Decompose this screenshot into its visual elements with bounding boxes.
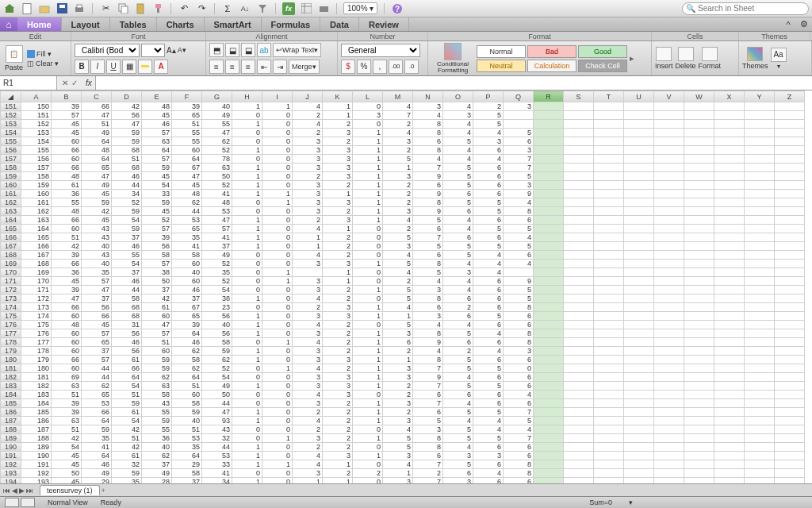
row-header[interactable]: 163 bbox=[1, 207, 21, 216]
cell[interactable]: 0 bbox=[262, 286, 293, 294]
indent-inc-icon[interactable]: ⇥ bbox=[273, 60, 287, 74]
cell[interactable] bbox=[534, 338, 564, 347]
cell[interactable] bbox=[564, 111, 594, 120]
cell[interactable]: 3 bbox=[293, 469, 323, 478]
cell[interactable]: 9 bbox=[413, 338, 443, 347]
cell[interactable] bbox=[654, 129, 684, 137]
cancel-formula-icon[interactable]: ✕ bbox=[62, 79, 68, 87]
cell[interactable]: 48 bbox=[52, 321, 82, 329]
cell[interactable]: 52 bbox=[202, 364, 232, 373]
cell[interactable]: 2 bbox=[383, 198, 413, 207]
cell[interactable]: 184 bbox=[21, 399, 52, 408]
cell[interactable]: 52 bbox=[202, 181, 232, 190]
cell[interactable]: 3 bbox=[323, 382, 353, 391]
cell[interactable] bbox=[745, 382, 775, 391]
cell[interactable]: 5 bbox=[443, 198, 473, 207]
cell[interactable]: 4 bbox=[473, 417, 504, 425]
cell[interactable]: 57 bbox=[52, 111, 82, 120]
cell[interactable]: 57 bbox=[142, 155, 172, 164]
col-header-G[interactable]: G bbox=[202, 91, 232, 102]
cell[interactable]: 29 bbox=[172, 460, 202, 469]
cell[interactable]: 191 bbox=[21, 460, 52, 469]
cell[interactable]: 49 bbox=[202, 251, 232, 260]
cell[interactable]: 1 bbox=[323, 102, 353, 111]
cell[interactable]: 65 bbox=[82, 338, 112, 347]
cell[interactable] bbox=[775, 242, 805, 251]
cell[interactable]: 8 bbox=[413, 443, 443, 452]
cell[interactable]: 5 bbox=[504, 417, 534, 425]
cell[interactable] bbox=[745, 364, 775, 373]
cell[interactable] bbox=[654, 277, 684, 286]
cell[interactable]: 1 bbox=[232, 321, 262, 329]
cell[interactable] bbox=[654, 120, 684, 129]
cell[interactable]: 2 bbox=[323, 207, 353, 216]
cell[interactable]: 45 bbox=[52, 129, 82, 137]
cell[interactable]: 5 bbox=[413, 216, 443, 225]
cell[interactable]: 59 bbox=[142, 364, 172, 373]
cell[interactable]: 3 bbox=[293, 137, 323, 146]
cell[interactable]: 4 bbox=[473, 329, 504, 338]
cell[interactable]: 52 bbox=[202, 146, 232, 155]
cell[interactable] bbox=[714, 286, 745, 294]
cell[interactable]: 64 bbox=[172, 155, 202, 164]
cell[interactable]: 2 bbox=[443, 347, 473, 356]
inc-decimal-icon[interactable]: .00 bbox=[389, 60, 403, 74]
cell[interactable] bbox=[714, 268, 745, 277]
cell[interactable]: 3 bbox=[383, 417, 413, 425]
cell[interactable]: 55 bbox=[172, 129, 202, 137]
cell[interactable]: 1 bbox=[353, 303, 383, 312]
cell[interactable] bbox=[624, 260, 654, 268]
cell[interactable]: 2 bbox=[323, 417, 353, 425]
themes-button[interactable]: Themes bbox=[742, 47, 768, 70]
cell[interactable] bbox=[534, 190, 564, 198]
cell[interactable]: 4 bbox=[504, 233, 534, 242]
cell[interactable] bbox=[684, 364, 714, 373]
cell[interactable] bbox=[624, 382, 654, 391]
cell[interactable]: 4 bbox=[473, 129, 504, 137]
cell[interactable] bbox=[564, 356, 594, 364]
cell[interactable]: 3 bbox=[323, 198, 353, 207]
cell[interactable]: 1 bbox=[262, 268, 293, 277]
cell[interactable] bbox=[714, 391, 745, 399]
cell[interactable] bbox=[624, 347, 654, 356]
cell[interactable]: 2 bbox=[323, 286, 353, 294]
cell[interactable]: 42 bbox=[52, 434, 82, 443]
orientation-icon[interactable]: ab bbox=[257, 43, 271, 57]
cell[interactable]: 0 bbox=[262, 207, 293, 216]
cell[interactable]: 3 bbox=[293, 347, 323, 356]
cell[interactable]: 43 bbox=[82, 225, 112, 233]
cell[interactable] bbox=[775, 268, 805, 277]
cell[interactable] bbox=[534, 347, 564, 356]
cell[interactable]: 7 bbox=[413, 164, 443, 172]
cell[interactable] bbox=[594, 233, 624, 242]
cell[interactable]: 0 bbox=[262, 216, 293, 225]
cell[interactable]: 0 bbox=[232, 251, 262, 260]
cell[interactable]: 4 bbox=[473, 469, 504, 478]
cell[interactable]: 59 bbox=[82, 198, 112, 207]
cell[interactable] bbox=[654, 303, 684, 312]
cell[interactable]: 51 bbox=[82, 120, 112, 129]
cell[interactable] bbox=[775, 321, 805, 329]
cell[interactable] bbox=[714, 207, 745, 216]
cell[interactable] bbox=[775, 452, 805, 460]
zoom-select[interactable]: 100% ▾ bbox=[343, 2, 377, 14]
cell[interactable]: 3 bbox=[293, 312, 323, 321]
cell[interactable]: 0 bbox=[232, 268, 262, 277]
cell[interactable]: 153 bbox=[21, 129, 52, 137]
sheet-nav-prev-icon[interactable]: ◀ bbox=[12, 487, 17, 495]
italic-button[interactable]: I bbox=[90, 60, 105, 74]
cell[interactable]: 53 bbox=[82, 399, 112, 408]
cell[interactable]: 56 bbox=[142, 242, 172, 251]
cell[interactable]: 60 bbox=[172, 260, 202, 268]
cell[interactable] bbox=[534, 146, 564, 155]
cell[interactable]: 55 bbox=[52, 198, 82, 207]
row-header[interactable]: 187 bbox=[1, 417, 21, 425]
cell[interactable]: 0 bbox=[262, 478, 293, 484]
cell[interactable]: 5 bbox=[473, 382, 504, 391]
cell[interactable]: 3 bbox=[293, 434, 323, 443]
cell[interactable] bbox=[293, 268, 323, 277]
cell[interactable]: 48 bbox=[82, 146, 112, 155]
cell[interactable] bbox=[684, 373, 714, 382]
cell[interactable]: 68 bbox=[112, 312, 142, 321]
cell[interactable]: 53 bbox=[172, 216, 202, 225]
